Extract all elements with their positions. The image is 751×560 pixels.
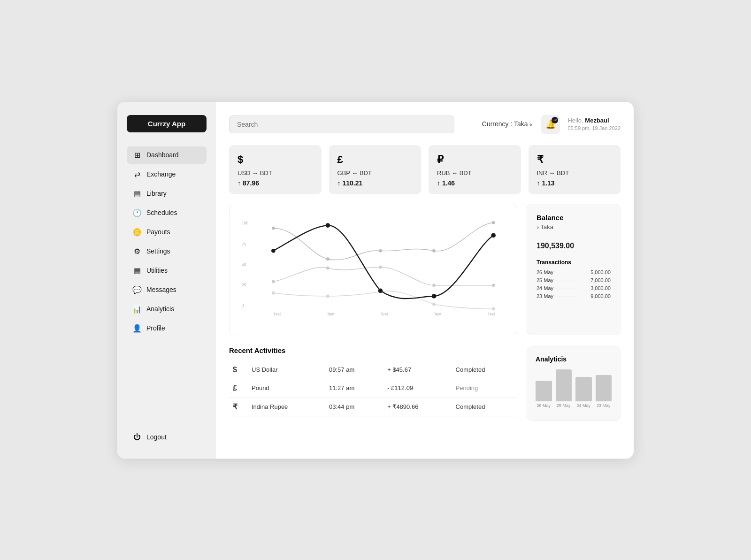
- currency-card-usd[interactable]: $ USD ↔ BDT ↑ 87.96: [229, 145, 322, 194]
- svg-point-18: [432, 284, 436, 287]
- sidebar-item-dashboard[interactable]: ⊞ Dashboard: [127, 146, 207, 164]
- svg-point-13: [432, 249, 436, 252]
- sidebar-item-library[interactable]: ▤ Library: [127, 185, 207, 202]
- activity-symbol-0: $: [229, 361, 248, 379]
- library-icon: ▤: [132, 189, 142, 198]
- svg-point-21: [326, 294, 330, 298]
- sidebar-label-messages: Messages: [146, 286, 176, 293]
- analytics-card: Analyticis 26 May 25 May 24 May: [527, 346, 621, 421]
- svg-text:100: 100: [242, 221, 249, 225]
- transaction-row: 24 May -------- 3,000.00: [536, 285, 611, 291]
- svg-point-23: [432, 302, 436, 306]
- bar-1: [556, 369, 572, 401]
- recent-activities: Recent Activities $ US Dollar 09:57 am +…: [229, 346, 517, 416]
- svg-text:0: 0: [242, 303, 244, 307]
- logout-button[interactable]: ⏻ Logout: [127, 429, 207, 445]
- sidebar-label-utilities: Utilities: [146, 267, 168, 274]
- sidebar-item-schedules[interactable]: 🕐 Schedules: [127, 204, 207, 222]
- svg-point-20: [272, 291, 275, 294]
- activity-row-2: ₹ Indina Rupee 03:44 pm + ₹4890.66 Compl…: [229, 397, 517, 416]
- svg-point-12: [379, 249, 382, 252]
- sidebar-label-analyticis: Analyticis: [146, 305, 174, 313]
- transactions-title: Transactions: [536, 259, 611, 266]
- txn-dots-3: --------: [556, 293, 588, 299]
- svg-point-11: [326, 257, 330, 261]
- txn-dots-1: --------: [556, 277, 588, 283]
- usd-symbol: $: [238, 153, 313, 166]
- bar-group-0: 26 May: [536, 381, 552, 408]
- activity-time-2: 03:44 pm: [325, 397, 383, 416]
- txn-dots-0: --------: [556, 269, 588, 275]
- svg-point-19: [492, 284, 495, 287]
- sidebar-label-profile: Profile: [146, 324, 165, 332]
- logout-label: Logout: [146, 433, 167, 441]
- messages-icon: 💬: [132, 285, 142, 294]
- sidebar-label-exchange: Exchange: [146, 170, 176, 178]
- sidebar-item-analyticis[interactable]: 📊 Analyticis: [127, 300, 207, 318]
- sidebar-item-messages[interactable]: 💬 Messages: [127, 281, 207, 299]
- chart-balance-row: 100 75 50 25 0 Text Text Text Text Text: [229, 204, 621, 335]
- bar-label-3: 23 May: [597, 403, 611, 408]
- bar-0: [536, 381, 552, 401]
- exchange-icon: ⇄: [132, 170, 142, 179]
- notification-badge: 12: [552, 117, 558, 123]
- svg-point-16: [326, 266, 330, 269]
- svg-point-14: [492, 221, 495, 224]
- activity-amount-0: + $45.67: [383, 361, 452, 379]
- svg-point-27: [378, 288, 383, 293]
- svg-text:75: 75: [242, 241, 246, 246]
- gbp-symbol: £: [337, 153, 413, 166]
- activity-name-0: US Dollar: [248, 361, 325, 379]
- utilities-icon: ▦: [132, 266, 142, 275]
- dashboard-icon: ⊞: [132, 151, 142, 160]
- svg-text:25: 25: [242, 282, 246, 287]
- txn-date-3: 23 May: [536, 293, 553, 299]
- currency-card-gbp[interactable]: £ GBP ↔ BDT ↑ 110.21: [329, 145, 421, 194]
- sidebar-item-profile[interactable]: 👤 Profile: [127, 320, 207, 337]
- sidebar-logout: ⏻ Logout: [127, 419, 207, 445]
- svg-text:50: 50: [242, 262, 246, 267]
- recent-activities-section: Recent Activities $ US Dollar 09:57 am +…: [229, 346, 517, 421]
- currency-card-inr[interactable]: ₹ INR ↔ BDT ↑ 1.13: [529, 145, 621, 194]
- activity-symbol-2: ₹: [229, 397, 248, 416]
- bar-label-0: 26 May: [536, 403, 551, 408]
- analytics-title: Analyticis: [536, 355, 612, 363]
- svg-point-15: [272, 280, 275, 283]
- svg-text:Text: Text: [434, 312, 442, 316]
- logout-icon: ⏻: [132, 433, 142, 441]
- transaction-row: 26 May -------- 5,000.00: [536, 269, 611, 275]
- balance-title: Balance: [536, 214, 611, 222]
- bar-label-1: 25 May: [557, 403, 571, 408]
- bar-label-2: 24 May: [576, 403, 590, 408]
- transaction-row: 23 May -------- 9,000.00: [536, 293, 611, 299]
- txn-date-1: 25 May: [536, 277, 553, 283]
- sidebar-item-settings[interactable]: ⚙ Settings: [127, 243, 207, 260]
- app-container: Currzy App ⊞ Dashboard ⇄ Exchange ▤ Libr…: [117, 102, 634, 459]
- sidebar-item-exchange[interactable]: ⇄ Exchange: [127, 166, 207, 183]
- currency-card-rub[interactable]: ₽ RUB ↔ BDT ↑ 1.46: [429, 145, 521, 194]
- bar-group-1: 25 May: [556, 369, 572, 408]
- balance-card: Balance ৳ Taka 190,539.00 Transactions 2…: [527, 204, 621, 335]
- settings-icon: ⚙: [132, 247, 142, 256]
- svg-point-10: [272, 226, 275, 230]
- search-input[interactable]: [229, 115, 454, 133]
- sidebar-item-payouts[interactable]: 🪙 Payouts: [127, 223, 207, 241]
- bottom-row: Recent Activities $ US Dollar 09:57 am +…: [229, 346, 621, 421]
- inr-pair: INR ↔ BDT: [537, 169, 613, 176]
- svg-point-26: [326, 223, 330, 228]
- usd-rate: ↑ 87.96: [238, 179, 313, 187]
- svg-text:Text: Text: [380, 312, 388, 316]
- activity-status-0: Completed: [452, 361, 517, 379]
- activity-symbol-1: £: [229, 379, 248, 397]
- chart-section: 100 75 50 25 0 Text Text Text Text Text: [229, 204, 517, 335]
- balance-currency: ৳ Taka: [536, 223, 611, 231]
- bar-group-3: 23 May: [596, 375, 612, 408]
- gbp-rate: ↑ 110.21: [337, 179, 413, 187]
- schedules-icon: 🕐: [132, 208, 142, 217]
- svg-point-24: [492, 307, 495, 310]
- greeting-text: Hello,: [567, 117, 585, 124]
- notification-bell-button[interactable]: 🔔 12: [541, 115, 560, 134]
- sidebar-item-utilities[interactable]: ▦ Utilities: [127, 262, 207, 279]
- bar-group-2: 24 May: [575, 377, 592, 408]
- rub-symbol: ₽: [437, 153, 513, 166]
